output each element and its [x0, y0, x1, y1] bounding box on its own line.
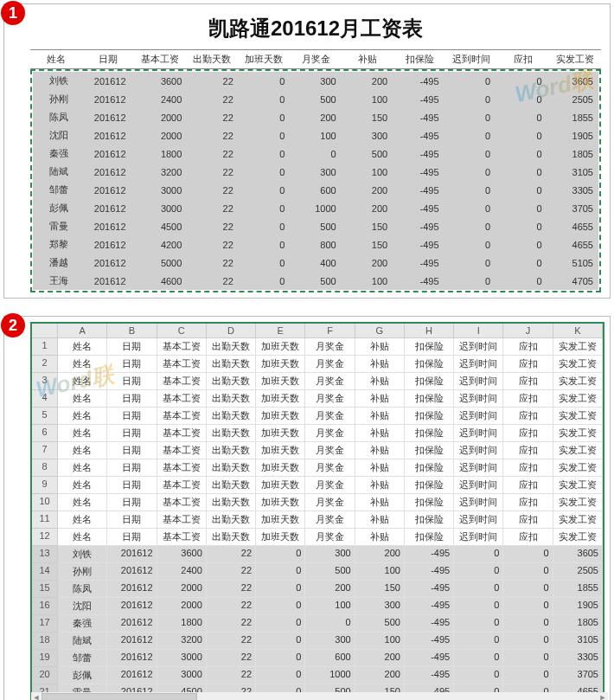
- cell[interactable]: 0: [239, 90, 290, 108]
- cell[interactable]: 雷曼: [33, 217, 84, 235]
- cell[interactable]: 3200: [136, 163, 187, 181]
- cell[interactable]: 200: [305, 581, 355, 598]
- cell[interactable]: 0: [445, 108, 496, 126]
- cell[interactable]: 应扣: [503, 477, 553, 494]
- cell[interactable]: 2000: [136, 108, 187, 126]
- cell[interactable]: 1905: [547, 126, 598, 144]
- cell[interactable]: 22: [207, 615, 256, 633]
- cell[interactable]: 5000: [136, 254, 187, 272]
- cell[interactable]: 基本工资: [157, 529, 207, 546]
- cell[interactable]: 扣保险: [405, 390, 454, 408]
- cell[interactable]: 150: [355, 581, 405, 598]
- cell[interactable]: 0: [445, 90, 496, 108]
- cell[interactable]: 0: [239, 217, 290, 235]
- cell[interactable]: 100: [355, 633, 405, 650]
- cell[interactable]: 201612: [84, 272, 135, 290]
- row-number[interactable]: 13: [32, 546, 58, 563]
- scroll-left-icon[interactable]: ◄: [31, 693, 42, 700]
- cell[interactable]: 郑黎: [33, 235, 84, 254]
- cell[interactable]: -495: [405, 667, 454, 684]
- cell[interactable]: 基本工资: [157, 494, 207, 511]
- cell[interactable]: 迟到时间: [454, 425, 503, 442]
- cell[interactable]: 300: [305, 546, 355, 563]
- cell[interactable]: 孙刚: [33, 90, 84, 108]
- cell[interactable]: 扣保险: [405, 494, 454, 511]
- cell[interactable]: 22: [207, 563, 256, 581]
- cell[interactable]: 实发工资: [553, 425, 603, 442]
- cell[interactable]: 500: [290, 90, 341, 108]
- cell[interactable]: 姓名: [58, 477, 107, 494]
- cell[interactable]: 300: [342, 126, 393, 144]
- cell[interactable]: 彭佩: [33, 199, 84, 217]
- cell[interactable]: 扣保险: [405, 425, 454, 442]
- cell[interactable]: 加班天数: [256, 511, 305, 529]
- cell[interactable]: 扣保险: [405, 408, 454, 425]
- cell[interactable]: 3605: [547, 72, 598, 90]
- cell[interactable]: 姓名: [58, 356, 107, 373]
- row-number[interactable]: 5: [32, 408, 58, 425]
- cell[interactable]: 加班天数: [256, 529, 305, 546]
- cell[interactable]: -495: [393, 217, 444, 235]
- cell[interactable]: 基本工资: [157, 511, 207, 529]
- cell[interactable]: 姓名: [58, 494, 107, 511]
- cell[interactable]: 0: [503, 633, 553, 650]
- cell[interactable]: 实发工资: [553, 373, 603, 390]
- cell[interactable]: -495: [393, 126, 444, 144]
- row-number[interactable]: 8: [32, 459, 58, 477]
- cell[interactable]: -495: [393, 72, 444, 90]
- cell[interactable]: 0: [496, 90, 547, 108]
- cell[interactable]: 迟到时间: [454, 356, 503, 373]
- cell[interactable]: 150: [342, 217, 393, 235]
- cell[interactable]: 1000: [290, 199, 341, 217]
- scroll-thumb[interactable]: [42, 693, 197, 700]
- cell[interactable]: 0: [445, 272, 496, 290]
- cell[interactable]: 201612: [84, 72, 135, 90]
- cell[interactable]: 0: [496, 126, 547, 144]
- cell[interactable]: 出勤天数: [207, 338, 256, 356]
- cell[interactable]: 201612: [107, 615, 157, 633]
- cell[interactable]: 日期: [107, 356, 157, 373]
- cell[interactable]: 应扣: [503, 356, 553, 373]
- cell[interactable]: 200: [355, 650, 405, 667]
- cell[interactable]: 22: [187, 72, 238, 90]
- cell[interactable]: -495: [393, 163, 444, 181]
- table-row[interactable]: 郑黎2016124200220800150-495004655: [33, 235, 598, 254]
- cell[interactable]: 实发工资: [553, 390, 603, 408]
- cell[interactable]: 加班天数: [256, 442, 305, 459]
- cell[interactable]: 0: [503, 615, 553, 633]
- cell[interactable]: 3705: [547, 199, 598, 217]
- cell[interactable]: 4655: [547, 217, 598, 235]
- cell[interactable]: 邹蕾: [33, 181, 84, 199]
- cell[interactable]: 22: [187, 181, 238, 199]
- cell[interactable]: 1800: [136, 144, 187, 163]
- cell[interactable]: 补贴: [355, 459, 405, 477]
- cell[interactable]: 22: [187, 199, 238, 217]
- cell[interactable]: 出勤天数: [207, 408, 256, 425]
- cell[interactable]: 基本工资: [157, 338, 207, 356]
- cell[interactable]: 出勤天数: [207, 373, 256, 390]
- cell[interactable]: 补贴: [355, 511, 405, 529]
- row-number[interactable]: 1: [32, 338, 58, 356]
- cell[interactable]: 应扣: [503, 425, 553, 442]
- cell[interactable]: 5105: [547, 254, 598, 272]
- cell[interactable]: 3000: [136, 181, 187, 199]
- cell[interactable]: -495: [393, 144, 444, 163]
- cell[interactable]: 22: [207, 667, 256, 684]
- cell[interactable]: 0: [445, 126, 496, 144]
- cell[interactable]: 200: [342, 199, 393, 217]
- cell[interactable]: 22: [207, 581, 256, 598]
- cell[interactable]: 出勤天数: [207, 425, 256, 442]
- cell[interactable]: 100: [342, 272, 393, 290]
- cell[interactable]: 22: [207, 546, 256, 563]
- cell[interactable]: 加班天数: [256, 373, 305, 390]
- cell[interactable]: 应扣: [503, 442, 553, 459]
- cell[interactable]: 出勤天数: [207, 356, 256, 373]
- cell[interactable]: 0: [239, 199, 290, 217]
- scroll-right-icon[interactable]: ►: [598, 693, 608, 700]
- cell[interactable]: 100: [305, 598, 355, 615]
- cell[interactable]: 加班天数: [256, 494, 305, 511]
- cell[interactable]: 0: [256, 650, 305, 667]
- cell[interactable]: 0: [503, 650, 553, 667]
- cell[interactable]: 3305: [547, 181, 598, 199]
- cell[interactable]: 加班天数: [256, 425, 305, 442]
